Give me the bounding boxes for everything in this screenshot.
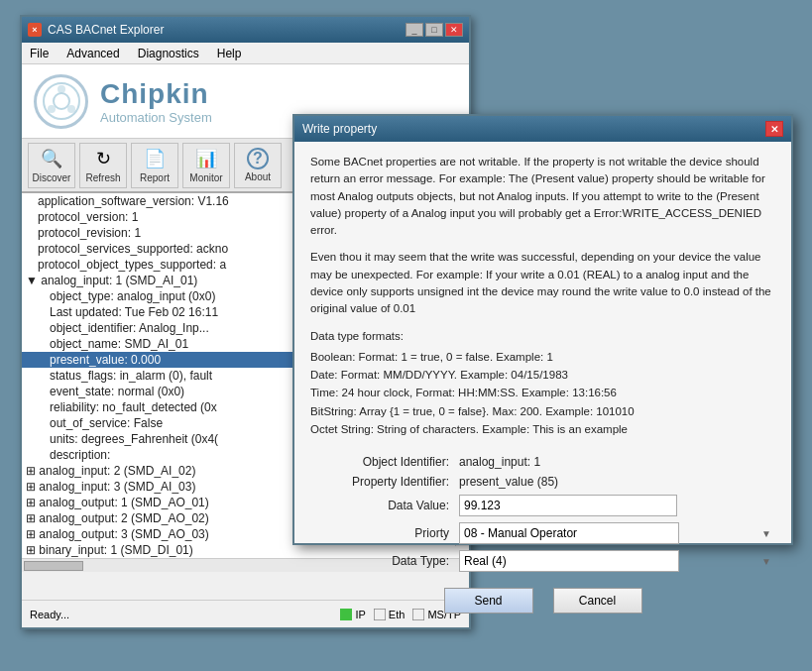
dialog-close-button[interactable]: ✕ — [765, 121, 783, 137]
menu-bar: File Advanced Diagnostics Help — [22, 43, 469, 64]
discover-button[interactable]: 🔍 Discover — [28, 143, 75, 188]
window-controls: _ □ ✕ — [406, 23, 463, 37]
dialog-title: Write property — [302, 122, 377, 136]
refresh-button[interactable]: ↻ Refresh — [79, 143, 127, 188]
discover-label: Discover — [33, 172, 71, 183]
close-button[interactable]: ✕ — [445, 23, 463, 37]
about-label: About — [245, 171, 271, 182]
discover-icon: 🔍 — [40, 147, 63, 170]
dialog-titlebar: Write property ✕ — [294, 116, 791, 142]
data-type-select-wrapper: Real (4)Boolean (1)Unsigned Int (2)Signe… — [459, 550, 775, 572]
cancel-button[interactable]: Cancel — [553, 588, 642, 614]
logo-chipkin: Chipkin — [100, 78, 212, 110]
formats-list: Boolean: Format: 1 = true, 0 = false. Ex… — [310, 348, 775, 439]
priority-select-arrow: ▼ — [761, 527, 771, 538]
menu-help[interactable]: Help — [213, 45, 246, 62]
data-type-label: Data Type: — [310, 554, 449, 568]
logo-icon — [34, 74, 88, 129]
format-item: Boolean: Format: 1 = true, 0 = false. Ex… — [310, 348, 775, 366]
app-icon: × — [28, 23, 42, 37]
send-button[interactable]: Send — [444, 588, 533, 614]
svg-point-2 — [58, 85, 65, 93]
object-identifier-label: Object Identifier: — [310, 455, 449, 469]
data-value-label: Data Value: — [310, 499, 449, 512]
menu-advanced[interactable]: Advanced — [62, 45, 123, 62]
report-label: Report — [140, 172, 170, 183]
priority-select[interactable]: 08 - Manual Operator01 - Manual Life Saf… — [459, 522, 679, 544]
main-title: CAS BACnet Explorer — [48, 23, 164, 37]
svg-point-1 — [54, 93, 69, 109]
dialog-description1: Some BACnet properties are not writable.… — [310, 154, 775, 239]
priority-select-wrapper: 08 - Manual Operator01 - Manual Life Saf… — [459, 522, 775, 544]
titlebar-left: × CAS BACnet Explorer — [28, 23, 164, 37]
monitor-icon: 📊 — [194, 147, 218, 170]
priority-label: Priorty — [310, 526, 449, 540]
data-value-input[interactable] — [459, 495, 677, 516]
object-identifier-value: analog_input: 1 — [459, 455, 775, 469]
dialog-buttons: Send Cancel — [310, 588, 775, 614]
refresh-icon: ↻ — [91, 147, 115, 170]
dialog-grid: Object Identifier: analog_input: 1 Prope… — [310, 455, 775, 572]
h-scrollbar-thumb[interactable] — [24, 561, 83, 571]
about-button[interactable]: ? About — [234, 143, 282, 188]
format-item: Octet String: String of characters. Exam… — [310, 420, 775, 438]
menu-file[interactable]: File — [26, 45, 53, 62]
dialog-body: Some BACnet properties are not writable.… — [294, 142, 791, 625]
property-identifier-value: present_value (85) — [459, 475, 775, 489]
format-item: BitString: Array {1 = true, 0 = false}. … — [310, 402, 775, 420]
report-button[interactable]: 📄 Report — [131, 143, 178, 188]
logo-sub: Automation System — [100, 110, 212, 125]
format-item: Time: 24 hour clock, Format: HH:MM:SS. E… — [310, 384, 775, 401]
write-property-dialog: Write property ✕ Some BACnet properties … — [292, 114, 793, 545]
svg-point-3 — [67, 105, 75, 113]
about-icon: ? — [247, 148, 269, 169]
dialog-formats: Data type formats: Boolean: Format: 1 = … — [310, 327, 775, 438]
status-text: Ready... — [30, 609, 69, 620]
minimize-button[interactable]: _ — [406, 23, 423, 37]
format-item: Date: Format: MM/DD/YYYY. Example: 04/15… — [310, 366, 775, 384]
monitor-label: Monitor — [189, 172, 222, 183]
svg-point-4 — [48, 105, 56, 113]
report-icon: 📄 — [143, 147, 167, 170]
refresh-label: Refresh — [85, 172, 120, 183]
formats-title: Data type formats: — [310, 327, 775, 345]
menu-diagnostics[interactable]: Diagnostics — [134, 45, 203, 62]
monitor-button[interactable]: 📊 Monitor — [182, 143, 230, 188]
property-identifier-label: Property Identifier: — [310, 475, 449, 489]
dialog-description2: Even thou it may seem that the write was… — [310, 249, 775, 317]
data-type-select[interactable]: Real (4)Boolean (1)Unsigned Int (2)Signe… — [459, 550, 679, 572]
logo-text: Chipkin Automation System — [100, 78, 212, 125]
data-type-select-arrow: ▼ — [761, 555, 771, 566]
main-titlebar: × CAS BACnet Explorer _ □ ✕ — [22, 17, 469, 43]
maximize-button[interactable]: □ — [425, 23, 443, 37]
